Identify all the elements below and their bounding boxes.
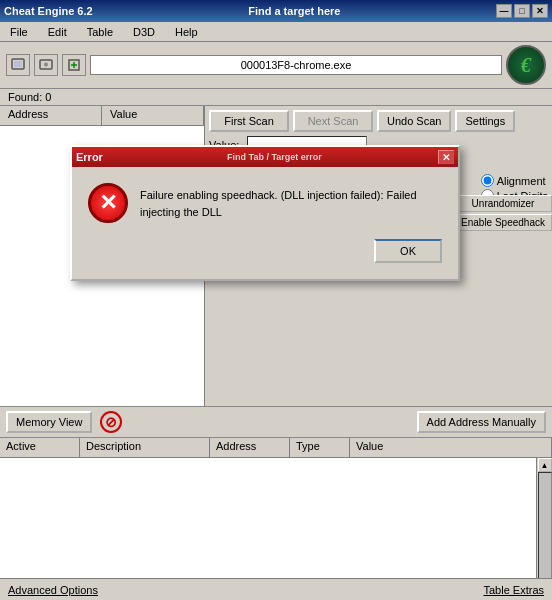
dialog-content: ✕ Failure enabling speedhack. (DLL injec… (88, 183, 442, 223)
error-icon: ✕ (88, 183, 128, 223)
ok-button[interactable]: OK (374, 239, 442, 263)
dialog-overlay: Error Find Tab / Target error ✕ ✕ Failur… (0, 0, 552, 600)
dialog-title-bar: Error Find Tab / Target error ✕ (72, 147, 458, 167)
dialog-body: ✕ Failure enabling speedhack. (DLL injec… (72, 167, 458, 279)
dialog-title: Error (76, 151, 103, 163)
dialog-title-extra: Find Tab / Target error (227, 152, 322, 162)
error-dialog: Error Find Tab / Target error ✕ ✕ Failur… (70, 145, 460, 281)
dialog-message: Failure enabling speedhack. (DLL injecti… (140, 183, 442, 220)
dialog-close-button[interactable]: ✕ (438, 150, 454, 164)
dialog-footer: OK (88, 239, 442, 263)
